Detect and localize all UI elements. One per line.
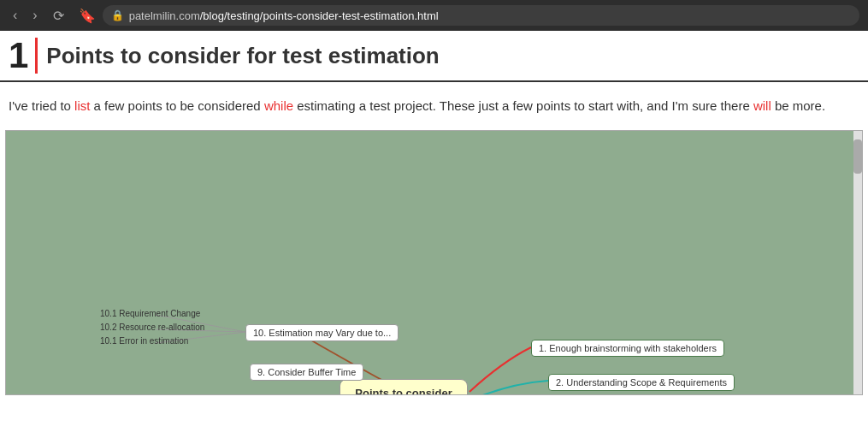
bookmark-icon: 🔖 bbox=[79, 8, 96, 24]
lock-icon: 🔒 bbox=[111, 9, 124, 21]
site-logo: 1 bbox=[9, 38, 38, 74]
node-10: 10. Estimation may Vary due to... bbox=[245, 324, 399, 341]
node-2: 2. Understanding Scope & Requirements bbox=[548, 374, 735, 391]
node-1: 1. Enough brainstorming with stakeholder… bbox=[531, 340, 724, 357]
page-header: 1 Points to consider for test estimation bbox=[0, 31, 868, 82]
mindmap-svg bbox=[6, 131, 862, 394]
node-9: 9. Consider Buffer Time bbox=[250, 364, 363, 381]
page-title: Points to consider for test estimation bbox=[46, 43, 439, 69]
forward-button[interactable]: › bbox=[28, 6, 41, 25]
mindmap-container: Points to consider for test estimation 1… bbox=[5, 130, 863, 395]
node-10-3: 10.1 Error in estimation bbox=[100, 336, 188, 346]
url-text: patelmilin.com/blog/testing/points-consi… bbox=[129, 9, 439, 22]
address-bar[interactable]: 🔒 patelmilin.com/blog/testing/points-con… bbox=[103, 5, 859, 26]
back-button[interactable]: ‹ bbox=[9, 6, 21, 25]
refresh-button[interactable]: ⟳ bbox=[49, 6, 68, 26]
node-10-1: 10.1 Requirement Change bbox=[100, 309, 200, 318]
center-node: Points to consider for test estimation bbox=[340, 379, 468, 395]
browser-chrome: ‹ › ⟳ 🔖 🔒 patelmilin.com/blog/testing/po… bbox=[0, 0, 868, 31]
node-10-2: 10.2 Resource re-allocation bbox=[100, 323, 204, 332]
article-text: I've tried to list a few points to be co… bbox=[0, 82, 868, 130]
